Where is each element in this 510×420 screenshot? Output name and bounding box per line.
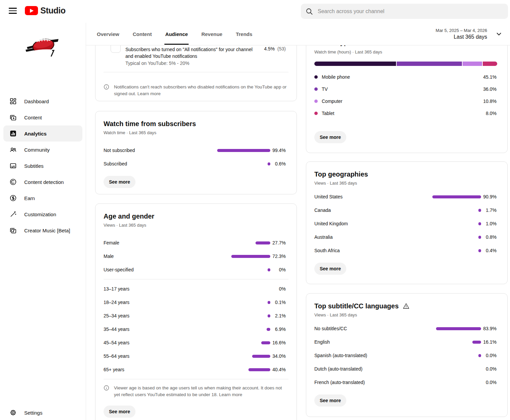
card-subtitle: Watch time · Last 365 days (104, 130, 288, 136)
legend-dot (314, 87, 318, 91)
row-label: 65+ years (104, 367, 213, 372)
see-more-button[interactable]: See more (104, 406, 135, 418)
row-bar-area (213, 149, 270, 152)
row-value: 0.8% (481, 234, 497, 240)
tab-trends[interactable]: Trends (229, 23, 259, 45)
row-bar (478, 249, 481, 252)
row-label: Dutch (auto-translated) (314, 366, 424, 372)
row-bar (268, 314, 270, 317)
legend-label: Mobile phone (322, 74, 481, 80)
row-bar (267, 328, 270, 331)
channel-avatar[interactable] (24, 33, 61, 67)
search-input[interactable] (318, 8, 503, 14)
sidebar-item-label: Content detection (24, 179, 64, 185)
card-head: Watch time from subscribers Watch time ·… (95, 111, 297, 136)
row-bar-area (213, 355, 270, 358)
notifications-typical: Typical on YouTube: 5% - 20% (125, 60, 260, 67)
sidebar-item-analytics[interactable]: Analytics (3, 125, 82, 142)
row-value: 40.4% (270, 367, 286, 372)
row-label: Subscribed (104, 161, 213, 166)
dollar-icon (9, 194, 17, 202)
notifications-count-value: (53) (277, 46, 286, 51)
sidebar-item-label: Creator Music [Beta] (24, 228, 70, 233)
card-subtitle: Views · Last 365 days (314, 312, 499, 318)
sidebar-item-content-detection[interactable]: Content detection (0, 174, 86, 190)
row-bar (217, 149, 270, 152)
card-title: Age and gender (104, 212, 288, 221)
sidebar-item-customization[interactable]: Customization (0, 206, 86, 222)
sidebar-item-subtitles[interactable]: Subtitles (0, 158, 86, 174)
notifications-value: 4.5% (53) (264, 46, 286, 51)
row-value: 6.9% (270, 327, 286, 332)
row-value: 16.1% (481, 339, 497, 345)
row-value: 27.7% (270, 240, 286, 245)
cc-languages-card: Top subtitle/CC languages Views · Last 3… (306, 293, 508, 417)
row-bar-area (213, 162, 270, 165)
stat-row: No subtitles/CC83.9% (306, 322, 507, 335)
tab-audience[interactable]: Audience (158, 23, 195, 45)
row-bar (231, 255, 270, 258)
stat-row: United States90.9% (306, 190, 507, 203)
date-range-selector[interactable]: Mar 5, 2025 – Mar 4, 2026 Last 365 days (432, 23, 506, 45)
gender-rows: Female27.7%Male72.3%User-specified0% (95, 236, 297, 276)
legend-label: Computer (322, 99, 481, 104)
see-more-button[interactable]: See more (314, 131, 346, 143)
learn-more-link[interactable]: Learn more (138, 91, 161, 96)
search-bar[interactable] (301, 4, 508, 19)
stack-segment-computer (463, 62, 482, 66)
divider (104, 72, 288, 72)
row-value: 1.7% (481, 207, 497, 213)
age-gender-card: Age and gender Views · Last 365 days Fem… (95, 203, 297, 420)
sidebar-item-label: Subtitles (24, 163, 44, 169)
sidebar-item-earn[interactable]: Earn (0, 190, 86, 206)
sidebar-item-settings[interactable]: Settings (0, 405, 86, 420)
legend-row: Tablet8.0% (306, 107, 507, 119)
row-bar (478, 354, 481, 357)
legend-value: 45.1% (481, 74, 497, 80)
see-more-button[interactable]: See more (314, 394, 346, 407)
row-bar (432, 195, 481, 198)
sidebar-item-label: Dashboard (24, 99, 49, 104)
see-more-button[interactable]: See more (314, 263, 346, 275)
tab-overview[interactable]: Overview (90, 23, 126, 45)
legend-dot (314, 75, 318, 79)
row-bar-area (424, 222, 481, 225)
card-title: Top subtitle/CC languages (314, 302, 499, 310)
sidebar-item-creator-music[interactable]: Creator Music [Beta] (0, 222, 86, 238)
stat-row: Australia0.8% (306, 230, 507, 244)
row-label: French (auto-translated) (314, 380, 424, 385)
stat-row: User-specified0% (95, 263, 297, 276)
subtitles-icon (9, 162, 17, 169)
tab-content[interactable]: Content (126, 23, 159, 45)
card-title: Top geographies (314, 170, 499, 179)
menu-icon[interactable] (9, 8, 17, 14)
sidebar-item-community[interactable]: Community (0, 142, 86, 158)
community-icon (9, 146, 17, 153)
row-label: United States (314, 194, 424, 199)
row-bar-area (424, 236, 481, 239)
age-note: Viewer age is based on the age users tel… (95, 382, 297, 398)
youtube-studio-logo[interactable]: Studio (25, 6, 66, 15)
see-more-button[interactable]: See more (104, 176, 135, 188)
search-icon (306, 8, 313, 15)
row-label: 55–64 years (104, 353, 213, 359)
sidebar-item-content[interactable]: Content (0, 109, 86, 125)
row-bar (261, 341, 270, 344)
row-label: Male (104, 254, 213, 259)
stat-rows: Not subscribed99.4%Subscribed0.6% (95, 144, 297, 170)
sidebar-item-dashboard[interactable]: Dashboard (0, 93, 86, 109)
tab-revenue[interactable]: Revenue (195, 23, 229, 45)
row-bar (478, 236, 481, 239)
row-bar (248, 368, 270, 371)
row-bar-area (424, 327, 481, 330)
row-bar-area (213, 314, 270, 317)
cc-rows: No subtitles/CC83.9%English16.1%Spanish … (306, 322, 507, 389)
row-bar (472, 341, 481, 344)
learn-more-link[interactable]: Learn more (219, 392, 242, 397)
device-legend: Mobile phone45.1%TV36.0%Computer10.8%Tab… (306, 71, 507, 119)
sidebar-item-label: Community (24, 147, 50, 153)
analytics-icon (9, 130, 17, 137)
stat-row: 65+ years40.4% (95, 363, 297, 376)
row-bar-area (424, 209, 481, 212)
sidebar-settings: Settings (0, 405, 86, 420)
